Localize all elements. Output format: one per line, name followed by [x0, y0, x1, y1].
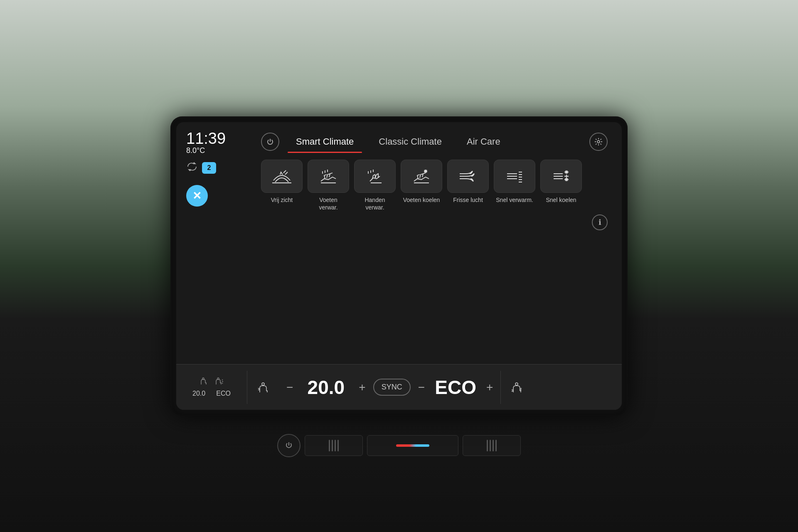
passenger-temp-minus[interactable]: −	[415, 381, 428, 394]
physical-controls	[277, 434, 521, 457]
status-row: 2	[186, 162, 253, 174]
passenger-temp-control: − ECO +	[411, 378, 501, 397]
left-seat-temp: 20.0	[192, 390, 205, 397]
physical-vent-center	[367, 435, 458, 456]
left-seat-heat-icon-2	[214, 377, 224, 388]
func-voeten-koelen[interactable]: Voeten koelen	[401, 160, 442, 204]
recirculation-icon	[186, 162, 198, 174]
svg-line-22	[222, 383, 223, 384]
left-seat-heat-icon-1	[199, 377, 208, 388]
tabs-container: Smart Climate Classic Climate Air Care	[283, 131, 589, 153]
func-snel-koelen[interactable]: Snel koelen	[540, 160, 582, 204]
svg-point-19	[217, 378, 219, 379]
tabs-row: Smart Climate Classic Climate Air Care	[261, 131, 612, 153]
func-voeten-verwar[interactable]: Voeten verwar.	[308, 160, 349, 211]
svg-point-26	[515, 383, 518, 385]
driver-temp-plus[interactable]: +	[355, 381, 369, 394]
info-row: ℹ	[261, 214, 612, 234]
power-button[interactable]	[261, 133, 279, 151]
fan-speed-badge[interactable]: 2	[202, 162, 216, 174]
svg-point-18	[202, 378, 204, 379]
left-seat-mode: ECO	[216, 390, 231, 397]
func-handen-verwar[interactable]: Handen verwar.	[354, 160, 396, 211]
infotainment-screen: 11:39 8.0°C	[170, 116, 628, 416]
func-vrij-zicht[interactable]: Vrij zicht	[261, 160, 303, 204]
func-frisse-lucht[interactable]: Frisse lucht	[447, 160, 489, 204]
seat-heat-left-panel: 20.0 ECO	[176, 377, 247, 397]
main-content: Smart Climate Classic Climate Air Care	[261, 131, 612, 360]
svg-point-0	[597, 140, 600, 143]
physical-vent-right	[463, 435, 521, 456]
tab-classic-climate[interactable]: Classic Climate	[366, 131, 454, 153]
tab-smart-climate[interactable]: Smart Climate	[283, 131, 366, 153]
functions-and-info: Vrij zicht	[261, 153, 612, 360]
passenger-temp-value: ECO	[435, 378, 476, 397]
time-display: 11:39 8.0°C	[186, 131, 253, 155]
functions-row: Vrij zicht	[261, 153, 612, 214]
clock-time: 11:39	[186, 131, 253, 146]
svg-line-20	[222, 379, 223, 380]
physical-vent-left	[305, 435, 363, 456]
driver-seat-button[interactable]	[247, 380, 279, 395]
driver-temp-minus[interactable]: −	[283, 381, 296, 394]
info-button[interactable]: ℹ	[592, 214, 608, 230]
outside-temp: 8.0°C	[186, 146, 253, 155]
left-panel: 11:39 8.0°C	[186, 131, 253, 360]
physical-power-button[interactable]	[277, 434, 300, 457]
driver-temp-value: 20.0	[303, 378, 349, 397]
tab-air-care[interactable]: Air Care	[454, 131, 513, 153]
passenger-seat-button[interactable]	[501, 380, 532, 395]
driver-temp-control: − 20.0 +	[279, 378, 373, 397]
func-snel-verwarm[interactable]: Snel verwarm.	[494, 160, 535, 204]
passenger-temp-plus[interactable]: +	[483, 381, 496, 394]
svg-point-23	[262, 383, 264, 385]
bottom-climate-bar: 20.0 ECO − 20.0 +	[176, 364, 622, 410]
sync-button[interactable]: SYNC	[373, 379, 411, 396]
settings-button[interactable]	[589, 133, 608, 151]
close-button[interactable]: ✕	[186, 185, 208, 207]
